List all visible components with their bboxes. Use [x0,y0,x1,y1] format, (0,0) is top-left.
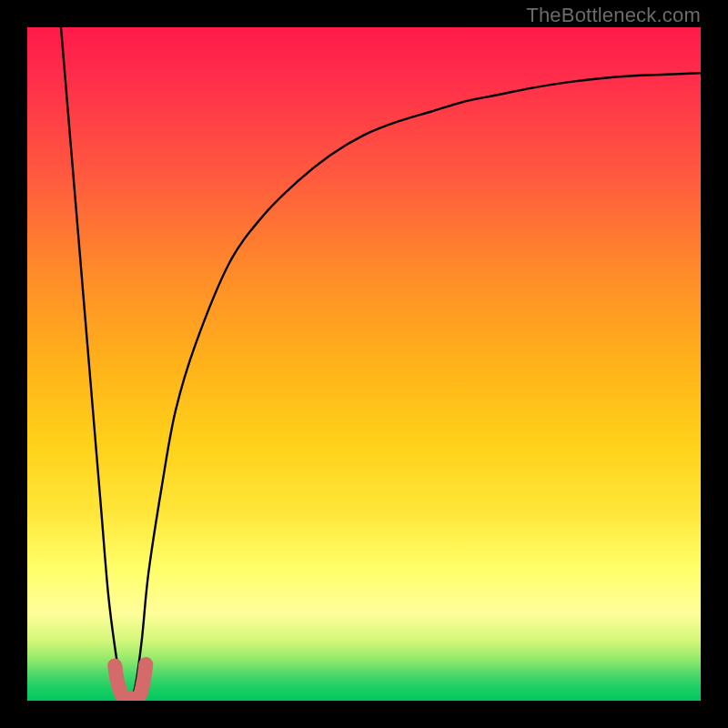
chart-frame: TheBottleneck.com [0,0,728,728]
chart-svg [27,27,701,701]
marker-dot [111,675,125,689]
watermark-text: TheBottleneck.com [526,4,701,27]
plot-area [27,27,701,701]
marker-dot [108,659,122,672]
bottleneck-curve [61,27,701,701]
